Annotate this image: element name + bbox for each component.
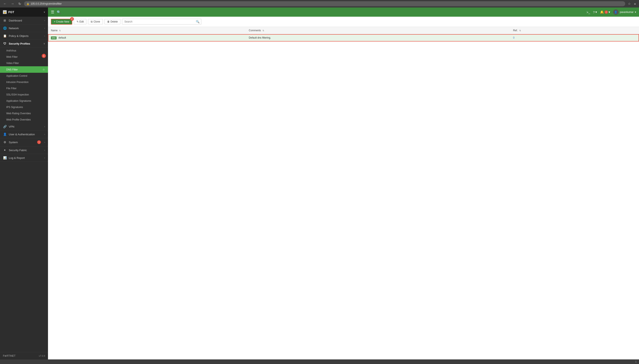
security-fabric-arrow: › [44,149,45,151]
log-report-arrow: › [44,156,45,159]
sidebar-footer: F⊕RTINET v7.0.9 [0,352,48,360]
sidebar-item-application-control[interactable]: Application Control [0,73,48,79]
url-text: 105.0.0.254/ng/utm/dnsfilter [31,2,62,5]
help-icon: ? [593,10,595,14]
col-ref[interactable]: Ref. ⇅ [510,27,639,34]
row-comments: Default dns filtering. [249,36,271,39]
user-arrow: ▾ [635,11,636,14]
browser-chrome: ← → ↻ 🔒 105.0.0.254/ng/utm/dnsfilter ☆ ≡ [0,0,639,8]
search-input[interactable] [122,19,194,24]
bell-icon: 🔔 [600,10,604,14]
search-icon: 🔍 [196,20,199,23]
browser-back-btn[interactable]: ← [2,1,8,6]
ips-signatures-label: IPS Signatures [6,106,23,108]
address-bar[interactable]: 🔒 105.0.0.254/ng/utm/dnsfilter [24,1,625,6]
terminal-icon: >_ [587,10,590,14]
topbar-help-btn[interactable]: ? ▾ [593,10,597,14]
delete-label: Delete [111,20,118,23]
policy-arrow: › [44,34,45,37]
security-fabric-icon: ✦ [3,148,7,152]
col-name[interactable]: Name ⇅ [48,27,246,34]
row-ref-cell: 0 [510,34,639,42]
application-control-label: Application Control [6,74,27,77]
edit-label: Edit [80,20,84,23]
sidebar-item-user-auth-label: User & Authentication [9,133,42,136]
sidebar-item-web-filter[interactable]: Web Filter [0,54,48,60]
user-avatar: 👤 [613,10,618,15]
search-icon-btn[interactable]: 🔍 [194,19,201,24]
row-name-cell: DNS default [48,34,246,42]
security-profiles-icon: 🛡 [3,42,7,45]
browser-actions: ☆ ≡ [627,1,637,6]
create-new-label: + Create New [54,20,69,23]
sidebar-item-policy-label: Policy & Objects [9,34,42,38]
clone-button[interactable]: ⧉ Clone [88,19,103,24]
vpn-icon: 🔗 [3,125,7,128]
browser-menu-btn[interactable]: ≡ [633,2,637,6]
intrusion-prevention-label: Intrusion Prevention [6,81,29,84]
logo-icon: 🔒 [3,10,7,14]
sidebar-item-app-signatures[interactable]: Application Signatures [0,98,48,104]
sidebar-item-file-filter[interactable]: File Filter [0,85,48,92]
policy-icon: 📋 [3,34,7,38]
sidebar-item-security-fabric[interactable]: ✦ Security Fabric › [0,146,48,154]
browser-forward-btn[interactable]: → [10,1,16,6]
topbar-user[interactable]: 👤 pavankumar ▾ [613,10,636,15]
topbar-terminal-btn[interactable]: >_ [587,10,590,14]
status-item-count: 1 [635,361,636,363]
col-comments[interactable]: Comments ⇅ [246,27,510,34]
file-filter-label: File Filter [6,87,17,90]
status-bar: 1 [0,360,639,364]
sidebar-item-ips-signatures[interactable]: IPS Signatures [0,104,48,110]
security-profiles-label: Security Profiles [9,42,41,45]
row-comments-cell: Default dns filtering. [246,34,510,42]
sidebar-item-system-label: System [9,141,35,144]
log-report-icon: 📊 [3,156,7,160]
bookmark-btn[interactable]: ☆ [627,1,632,6]
sidebar-item-ssl-ssh[interactable]: SSL/SSH Inspection [0,92,48,98]
username-label: pavankumar [620,11,633,14]
dns-filter-table: Name ⇅ Comments ⇅ Ref. ⇅ [48,27,639,42]
delete-icon: 🗑 [107,20,110,23]
sidebar-item-policy[interactable]: 📋 Policy & Objects › [0,32,48,40]
browser-reload-btn[interactable]: ↻ [17,1,22,7]
sidebar-collapse-chevron[interactable]: ▾ [44,11,45,14]
user-auth-icon: 👤 [3,132,7,136]
annotation-2: 2 [70,17,74,21]
sidebar-item-web-rating[interactable]: Web Rating Overrides [0,110,48,116]
row-ref[interactable]: 0 [513,36,514,39]
sidebar-item-web-profile[interactable]: Web Profile Overrides [0,116,48,123]
edit-button[interactable]: ✎ Edit [74,19,87,24]
security-profiles-arrow: ∨ [44,42,45,45]
topbar-notifications-btn[interactable]: 🔔 2 ▾ [600,10,610,14]
sidebar-item-log-report[interactable]: 📊 Log & Report › [0,154,48,162]
sidebar-item-video-filter[interactable]: Video Filter [0,60,48,66]
main-content: ☰ 🔍 >_ ? ▾ 🔔 2 ▾ 👤 pavankumar [48,8,639,360]
fortinet-logo: F⊕RTINET [3,354,16,357]
lock-icon: 🔒 [27,2,30,5]
sidebar-item-user-auth[interactable]: 👤 User & Authentication › [0,130,48,138]
sidebar-header: 🔒 FGT ▾ [0,8,48,17]
sidebar-item-system[interactable]: ⚙ System 1 › [0,138,48,146]
app-name: FGT [8,10,14,14]
fortinet-logo-text: F⊕RTINET [3,354,16,357]
dns-badge: DNS [51,36,57,40]
web-rating-label: Web Rating Overrides [6,112,31,115]
sidebar-item-dns-filter[interactable]: DNS Filter ☆ [0,66,48,73]
sidebar-item-dashboard[interactable]: ⊞ Dashboard › [0,17,48,24]
sidebar-item-vpn[interactable]: 🔗 VPN › [0,123,48,130]
dashboard-arrow: › [44,19,45,22]
topbar-menu-btn[interactable]: ☰ [51,10,54,14]
create-new-button[interactable]: + Create New 2 [51,19,72,24]
search-box[interactable]: 🔍 [122,19,201,24]
sidebar-section-security-profiles[interactable]: 🛡 Security Profiles ∨ [0,40,48,48]
sidebar-item-dashboard-label: Dashboard [9,19,42,22]
sidebar-item-network[interactable]: 🌐 Network › [0,24,48,32]
delete-button[interactable]: 🗑 Delete [105,19,121,24]
sidebar-item-antivirus[interactable]: AntiVirus [0,48,48,54]
ssl-ssh-label: SSL/SSH Inspection [6,93,29,96]
topbar-search-btn[interactable]: 🔍 [57,10,61,14]
dashboard-icon: ⊞ [3,19,7,22]
table-row[interactable]: DNS default Default dns filtering. 0 [48,34,639,42]
sidebar-item-intrusion-prevention[interactable]: Intrusion Prevention [0,79,48,85]
